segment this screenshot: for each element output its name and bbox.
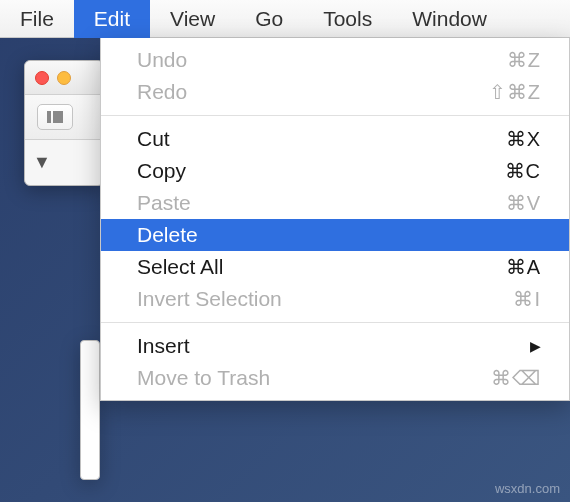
menu-tools[interactable]: Tools [303, 0, 392, 38]
menu-item-label: Redo [137, 80, 187, 104]
menu-item-shortcut: ⌘C [505, 159, 541, 183]
menu-item-undo[interactable]: Undo ⌘Z [101, 44, 569, 76]
menu-item-label: Invert Selection [137, 287, 282, 311]
menu-item-label: Move to Trash [137, 366, 270, 390]
menu-item-move-to-trash[interactable]: Move to Trash ⌘⌫ [101, 362, 569, 394]
sidebar-toggle-button[interactable] [37, 104, 73, 130]
menu-item-redo[interactable]: Redo ⇧⌘Z [101, 76, 569, 108]
secondary-window [80, 340, 100, 480]
menu-item-invert-selection[interactable]: Invert Selection ⌘I [101, 283, 569, 315]
disclosure-row[interactable]: ▼ [33, 152, 95, 173]
menu-item-label: Copy [137, 159, 186, 183]
menu-item-shortcut: ⌘V [506, 191, 541, 215]
menu-item-label: Paste [137, 191, 191, 215]
window-titlebar[interactable] [25, 61, 103, 95]
menu-item-shortcut: ⌘X [506, 127, 541, 151]
menu-window[interactable]: Window [392, 0, 507, 38]
watermark: wsxdn.com [495, 481, 560, 496]
menu-edit[interactable]: Edit [74, 0, 150, 38]
menu-item-shortcut: ⌘Z [507, 48, 541, 72]
menubar: File Edit View Go Tools Window [0, 0, 570, 38]
menu-item-delete[interactable]: Delete [101, 219, 569, 251]
menu-view[interactable]: View [150, 0, 235, 38]
menu-item-shortcut: ⇧⌘Z [489, 80, 541, 104]
menu-item-cut[interactable]: Cut ⌘X [101, 123, 569, 155]
menu-item-label: Delete [137, 223, 198, 247]
menu-item-select-all[interactable]: Select All ⌘A [101, 251, 569, 283]
window-close-button[interactable] [35, 71, 49, 85]
window-minimize-button[interactable] [57, 71, 71, 85]
menu-separator [101, 322, 569, 323]
window-body: ▼ [25, 140, 103, 185]
menu-item-label: Select All [137, 255, 223, 279]
menu-item-label: Undo [137, 48, 187, 72]
menu-file[interactable]: File [0, 0, 74, 38]
app-window: ▼ [24, 60, 104, 186]
menu-item-shortcut: ⌘⌫ [491, 366, 541, 390]
menu-separator [101, 115, 569, 116]
edit-menu-dropdown: Undo ⌘Z Redo ⇧⌘Z Cut ⌘X Copy ⌘C Paste ⌘V… [100, 38, 570, 401]
menu-go[interactable]: Go [235, 0, 303, 38]
submenu-arrow-icon: ▶ [530, 338, 541, 354]
menu-item-label: Cut [137, 127, 170, 151]
chevron-down-icon: ▼ [33, 152, 51, 173]
menu-item-copy[interactable]: Copy ⌘C [101, 155, 569, 187]
window-toolbar [25, 95, 103, 140]
menu-item-shortcut: ⌘A [506, 255, 541, 279]
menu-item-label: Insert [137, 334, 190, 358]
menu-item-insert[interactable]: Insert ▶ [101, 330, 569, 362]
sidebar-icon [47, 111, 63, 123]
menu-item-paste[interactable]: Paste ⌘V [101, 187, 569, 219]
menu-item-shortcut: ⌘I [513, 287, 541, 311]
